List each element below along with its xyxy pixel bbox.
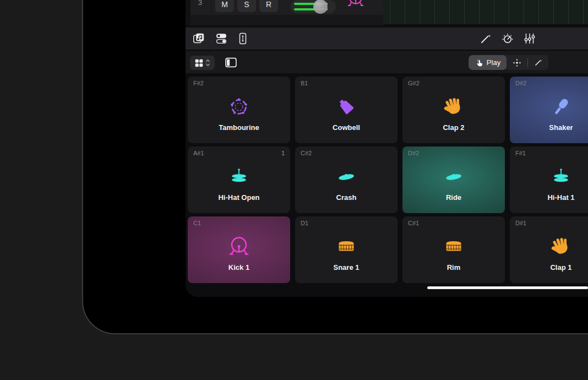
home-indicator[interactable]	[427, 286, 588, 289]
cymbal-icon	[334, 165, 358, 189]
pad-name-label: Clap 2	[402, 123, 505, 132]
sidebar-panel-icon	[224, 56, 238, 69]
ipad-device-frame: 3 Kick 1 M S R	[82, 0, 588, 334]
snare-icon	[334, 235, 358, 259]
drum-pad-snare-1[interactable]: D1Snare 1	[295, 216, 398, 283]
divider	[211, 0, 212, 15]
track-number: 3	[190, 0, 210, 7]
hihat-icon	[549, 165, 573, 189]
mixer-faders-icon[interactable]	[523, 32, 536, 45]
grid-view-icon	[194, 58, 204, 68]
drum-pad-tambourine[interactable]: F#2Tambourine	[188, 77, 290, 143]
pad-name-label: Ride	[402, 193, 505, 202]
toggle-switches-icon[interactable]	[215, 32, 228, 45]
track-lane-grid	[383, 0, 588, 24]
pad-group-badge: 1	[281, 150, 285, 156]
tambourine-icon	[227, 95, 251, 119]
play-mode-button[interactable]: Play	[469, 55, 507, 70]
drum-pad-ride[interactable]: D#2Ride	[402, 146, 505, 213]
pad-note-label: F#2	[193, 80, 204, 86]
pad-name-label: Snare 1	[295, 263, 398, 272]
clap-icon	[549, 235, 573, 259]
pad-note-label: A#1	[193, 150, 204, 156]
knob-icon[interactable]	[501, 32, 514, 45]
pad-note-label: D#1	[515, 220, 526, 226]
pad-note-label: D1	[301, 220, 308, 226]
shaker-icon	[549, 95, 573, 119]
pad-name-label: Shaker	[510, 123, 588, 132]
plugin-strip-icon[interactable]	[236, 32, 249, 45]
pad-note-label: D#2	[408, 150, 419, 156]
pad-mode-segmented-control: Play	[469, 55, 548, 70]
pad-note-label: D#2	[515, 80, 526, 86]
pad-note-label: C#1	[408, 220, 419, 226]
pad-name-label: Crash	[295, 193, 398, 202]
drum-pad-cowbell[interactable]: B1Cowbell	[295, 77, 398, 143]
pad-name-label: Kick 1	[188, 263, 290, 272]
chevron-up-down-icon	[205, 58, 210, 68]
pad-name-label: Rim	[402, 263, 505, 272]
pad-name-label: Clap 1	[510, 263, 588, 272]
play-mode-label: Play	[487, 58, 500, 67]
pads-toolbar: Play	[186, 50, 588, 73]
pad-name-label: Hi-Hat 1	[510, 193, 588, 202]
record-enable-button[interactable]: R	[259, 0, 278, 12]
editor-toolbar	[186, 28, 588, 50]
move-mode-button[interactable]	[507, 55, 527, 70]
grid-view-select-button[interactable]	[190, 56, 215, 70]
snare-icon	[442, 235, 466, 259]
clap-icon	[442, 95, 466, 119]
drum-pad-clap-1[interactable]: D#1Clap 1	[510, 216, 588, 283]
volume-fader-knob[interactable]	[313, 0, 328, 14]
drum-pad-hi-hat-open[interactable]: A#11Hi-Hat Open	[188, 146, 290, 213]
pad-note-label: B1	[301, 80, 308, 86]
pad-note-label: F#1	[515, 150, 526, 156]
solo-button[interactable]: S	[237, 0, 256, 12]
track-header-footer	[190, 15, 383, 25]
pad-name-label: Tambourine	[188, 123, 290, 132]
kick-drum-icon	[346, 0, 366, 10]
drum-pad-kick-1[interactable]: C1Kick 1	[188, 216, 290, 283]
show-sidebar-button[interactable]	[224, 55, 238, 70]
track-header[interactable]: 3 Kick 1 M S R	[186, 0, 383, 25]
drum-pad-rim[interactable]: C#1Rim	[402, 216, 505, 283]
pad-name-label: Hi-Hat Open	[188, 193, 290, 202]
drum-pad-crash[interactable]: C#2Crash	[295, 146, 398, 213]
drum-pad-grid: F#2TambourineB1CowbellG#2Clap 2D#2Shaker…	[188, 77, 588, 283]
pencil-icon	[533, 58, 543, 67]
tracks-area: 3 Kick 1 M S R	[186, 0, 588, 25]
cymbal-icon	[442, 165, 466, 189]
mute-button[interactable]: M	[215, 0, 234, 12]
edit-mode-button[interactable]	[528, 55, 548, 70]
drum-pad-shaker[interactable]: D#2Shaker	[510, 77, 588, 143]
drum-pads-area: F#2TambourineB1CowbellG#2Clap 2D#2Shaker…	[186, 73, 588, 297]
volume-fader[interactable]	[291, 0, 336, 13]
pad-name-label: Cowbell	[295, 123, 398, 132]
track-color-strip	[186, 0, 190, 25]
background: 3 Kick 1 M S R	[0, 0, 588, 380]
drum-pad-clap-2[interactable]: G#2Clap 2	[402, 77, 505, 143]
loop-browser-icon[interactable]	[192, 32, 205, 45]
pencil-icon[interactable]	[479, 32, 492, 45]
cowbell-icon	[334, 95, 358, 119]
app-screen: 3 Kick 1 M S R	[186, 0, 588, 297]
kick-icon	[227, 235, 251, 259]
hihat-icon	[227, 165, 251, 189]
pad-note-label: G#2	[408, 80, 420, 86]
move-icon	[512, 58, 522, 68]
drum-pad-hi-hat-1[interactable]: F#11Hi-Hat 1	[510, 146, 588, 213]
pad-note-label: C1	[193, 220, 201, 226]
tap-hand-icon	[475, 58, 484, 67]
pad-note-label: C#2	[301, 150, 312, 156]
